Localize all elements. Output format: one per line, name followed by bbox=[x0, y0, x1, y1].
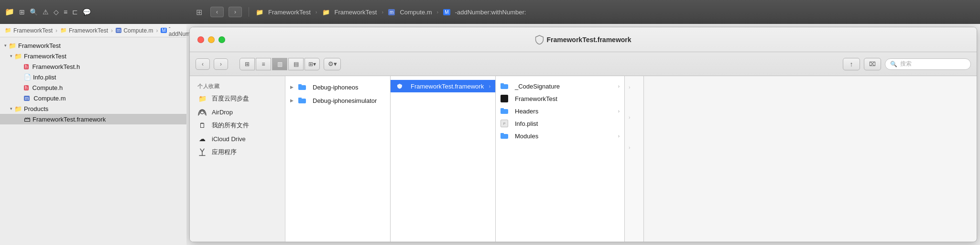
tree-item-frameworktest-folder[interactable]: ▾ 📁 FrameworkTest bbox=[0, 51, 186, 61]
plist-icon: P bbox=[501, 120, 508, 127]
col-item-debug-iphoneos[interactable]: ▶ Debug-iphoneos bbox=[285, 80, 390, 92]
list-view-button[interactable]: ≡ bbox=[256, 58, 271, 70]
close-button[interactable] bbox=[197, 36, 204, 43]
icloud-icon: ☁ bbox=[197, 134, 207, 144]
share-button[interactable]: ↑ bbox=[843, 58, 860, 70]
col-item-info-plist[interactable]: P Info.plist bbox=[496, 117, 624, 130]
sidebar-item-label: 百度云同步盘 bbox=[212, 94, 249, 103]
back-nav-button[interactable]: ‹ bbox=[196, 58, 210, 70]
finder-toolbar: ‹ › ⊞ ≡ ▥ ▤ ⊞▾ ⚙▾ ↑ ⌧ 🔍 搜索 bbox=[190, 52, 977, 76]
warning-icon[interactable]: ⚠ bbox=[43, 8, 49, 16]
window-controls bbox=[197, 36, 225, 43]
action-button[interactable]: ⚙▾ bbox=[324, 58, 341, 70]
icon-view-button[interactable]: ⊞ bbox=[240, 58, 255, 70]
bc-item4[interactable]: -addNumber:withNumber: bbox=[455, 9, 526, 16]
project-folder-icon: 📁 bbox=[9, 42, 16, 49]
bc-item2[interactable]: FrameworkTest bbox=[335, 9, 377, 16]
breadcrumb-item[interactable]: FrameworkTest bbox=[13, 27, 53, 34]
back-button[interactable]: ‹ bbox=[210, 7, 224, 17]
grid-view-icon[interactable]: ⊞ bbox=[192, 5, 206, 19]
tree-item-framework[interactable]: 🗃 FrameworkTest.framework bbox=[0, 114, 186, 124]
folder-icon bbox=[501, 83, 508, 89]
folder-icon bbox=[298, 98, 306, 103]
sidebar-item-apps[interactable]: 应用程序 bbox=[190, 145, 285, 159]
bc-item[interactable]: FrameworkTest bbox=[268, 9, 311, 16]
folder-icon-yellow: 📁 bbox=[60, 27, 67, 33]
grid-icon[interactable]: ⊞ bbox=[19, 8, 25, 16]
tree-root[interactable]: ▾ 📁 FrameworkTest bbox=[0, 40, 186, 51]
tree-item-frameworktest-h[interactable]: h FrameworkTest.h bbox=[0, 61, 186, 72]
apps-icon bbox=[197, 147, 207, 157]
col-item-framework[interactable]: FrameworkTest.framework › bbox=[391, 80, 495, 92]
expand-arrow: ▾ bbox=[8, 106, 14, 111]
undo-icon[interactable]: ◇ bbox=[54, 8, 59, 16]
list-icon[interactable]: ≡ bbox=[64, 8, 67, 16]
m-file-icon: m bbox=[116, 28, 121, 33]
col-item-debug-simulator[interactable]: ▶ Debug-iphonesimulator bbox=[285, 94, 390, 107]
search-icon[interactable]: 🔍 bbox=[30, 8, 38, 16]
xcode-breadcrumb: 📁 FrameworkTest › 📁 FrameworkTest › m Co… bbox=[0, 24, 186, 37]
column-view-button[interactable]: ▥ bbox=[272, 58, 287, 70]
expand-arrow: ▾ bbox=[2, 43, 9, 48]
bc-folder-icon2: 📁 bbox=[322, 9, 330, 16]
binary-file-icon bbox=[501, 95, 508, 102]
finder-column-4: › › › bbox=[625, 76, 644, 242]
folder-icon: 📁 bbox=[5, 27, 11, 33]
col-item-label: Modules bbox=[515, 133, 538, 140]
sidebar-item-baidu[interactable]: 📁 百度云同步盘 bbox=[190, 92, 285, 105]
chevron-right-icon: › bbox=[489, 84, 490, 89]
maximize-button[interactable] bbox=[218, 36, 225, 43]
svg-point-0 bbox=[200, 110, 204, 114]
sidebar-item-icloud[interactable]: ☁ iCloud Drive bbox=[190, 132, 285, 145]
bc-M-icon: M bbox=[443, 9, 450, 15]
folder-icon[interactable]: 📁 bbox=[5, 7, 14, 16]
finder-title: FrameworkTest.framework bbox=[535, 35, 631, 45]
tree-item-products-folder[interactable]: ▾ 📁 Products bbox=[0, 103, 186, 114]
yellow-folder-icon: 📁 bbox=[14, 53, 22, 60]
toolbar-separator bbox=[249, 7, 249, 17]
tree-item-label: Products bbox=[24, 105, 48, 112]
svg-line-1 bbox=[200, 149, 202, 152]
col-item-headers[interactable]: Headers › bbox=[496, 105, 624, 117]
tree-item-compute-m[interactable]: m Compute.m bbox=[0, 93, 186, 103]
tree-item-label: FrameworkTest.h bbox=[33, 63, 80, 70]
sidebar-item-allfiles[interactable]: 🗒 我的所有文件 bbox=[190, 119, 285, 132]
col-item-label: Info.plist bbox=[515, 120, 538, 127]
baidu-icon: 📁 bbox=[197, 94, 207, 103]
breadcrumb-sep: › bbox=[156, 27, 158, 34]
breadcrumb-item[interactable]: FrameworkTest bbox=[69, 27, 108, 34]
forward-nav-button[interactable]: › bbox=[214, 58, 228, 70]
expand-arrow-icon: ▶ bbox=[290, 98, 294, 103]
search-icon: 🔍 bbox=[890, 61, 897, 67]
breadcrumb-item[interactable]: Compute.m bbox=[123, 27, 153, 34]
bc-item3[interactable]: Compute.m bbox=[400, 9, 432, 16]
finder-column-2: FrameworkTest.framework › bbox=[391, 76, 496, 242]
col-item-codesig[interactable]: _CodeSignature › bbox=[496, 80, 624, 92]
minimize-button[interactable] bbox=[208, 36, 215, 43]
col-item-framework-binary[interactable]: FrameworkTest bbox=[496, 92, 624, 105]
col-item-label: FrameworkTest bbox=[515, 95, 557, 102]
tag-button[interactable]: ⌧ bbox=[864, 58, 881, 70]
chevron-right-icon: › bbox=[618, 84, 620, 89]
tree-item-compute-h[interactable]: h Compute.h bbox=[0, 82, 186, 93]
xcode-right-toolbar: ⊞ ‹ › 📁 FrameworkTest › 📁 FrameworkTest … bbox=[186, 0, 980, 24]
cover-view-button[interactable]: ▤ bbox=[288, 58, 304, 70]
yellow-folder-icon: 📁 bbox=[14, 105, 22, 112]
breadcrumb-sep: › bbox=[111, 27, 113, 34]
comment-icon[interactable]: 💬 bbox=[83, 8, 91, 16]
xcode-toolbar: 📁 ⊞ 🔍 ⚠ ◇ ≡ ⊏ 💬 bbox=[0, 0, 186, 24]
bc-sep2: › bbox=[381, 9, 383, 15]
view-controls: ⊞ ≡ ▥ ▤ ⊞▾ bbox=[240, 58, 320, 70]
sidebar-item-airdrop[interactable]: AirDrop bbox=[190, 105, 285, 119]
col-item-modules[interactable]: Modules › bbox=[496, 130, 624, 142]
finder-titlebar: FrameworkTest.framework bbox=[190, 27, 977, 52]
h-file-icon: h bbox=[24, 85, 29, 90]
gallery-view-button[interactable]: ⊞▾ bbox=[305, 58, 320, 70]
search-box[interactable]: 🔍 搜索 bbox=[885, 58, 971, 70]
tree-item-info-plist[interactable]: 📄 Info.plist bbox=[0, 72, 186, 82]
finder-column-1: ▶ Debug-iphoneos ▶ Debug-iphonesimulator bbox=[285, 76, 391, 242]
bc-sep3: › bbox=[437, 9, 439, 15]
forward-button[interactable]: › bbox=[229, 7, 242, 17]
chevron-right-icon: › bbox=[618, 134, 620, 139]
arrow-right-icon[interactable]: ⊏ bbox=[72, 8, 78, 16]
